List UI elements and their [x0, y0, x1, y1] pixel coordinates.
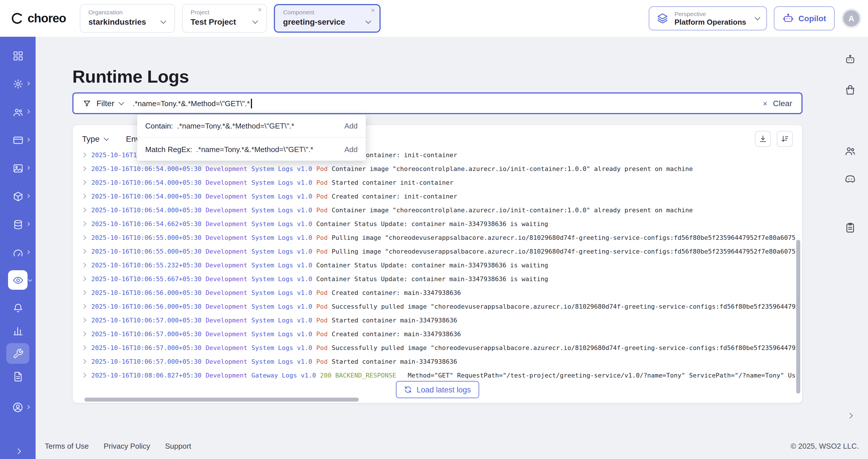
component-selector[interactable]: × Component greeting-service [274, 4, 381, 33]
horizontal-scrollbar-thumb[interactable] [84, 398, 359, 402]
organization-value: starkindustries [88, 17, 146, 26]
sort-order-button[interactable] [777, 131, 793, 147]
sidebar-item-members[interactable] [6, 102, 29, 122]
project-selector[interactable]: × Project Test Project [182, 4, 267, 33]
log-row[interactable]: 2025-10-16T10:06:57.000+05:30 Developmen… [79, 313, 796, 327]
log-row[interactable]: 2025-10-16T10:08:06.827+05:30 Developmen… [79, 368, 796, 382]
sidebar-item-observe[interactable] [8, 270, 28, 290]
sidebar-item-alerts[interactable] [6, 297, 29, 318]
bell-icon [12, 302, 23, 313]
log-tag: Pod [316, 303, 328, 310]
expand-chevron-icon[interactable] [82, 153, 86, 158]
sidebar-item-resources[interactable] [6, 214, 29, 235]
add-button[interactable]: Add [338, 145, 358, 154]
log-row[interactable]: 2025-10-16T10:06:57.000+05:30 Developmen… [79, 341, 796, 355]
sidebar-item-insights[interactable] [6, 320, 29, 341]
log-timestamp: 2025-10-16T10:06:57.000+05:30 [91, 330, 202, 338]
organization-selector[interactable]: Organization starkindustries [80, 4, 175, 33]
footer-link-privacy[interactable]: Privacy Policy [104, 441, 150, 450]
expand-chevron-icon[interactable] [82, 318, 86, 323]
sidebar-item-settings[interactable] [6, 73, 29, 94]
type-dropdown[interactable]: Type [82, 134, 109, 143]
expand-chevron-icon[interactable] [82, 290, 86, 295]
log-row[interactable]: 2025-10-16T10:06:55.232+05:30 Developmen… [79, 258, 796, 272]
log-row[interactable]: 2025-10-16T10:06:54.000+05:30 Developmen… [79, 189, 796, 203]
log-row[interactable]: 2025-10-16T10:06:54.000+05:30 Developmen… [79, 162, 796, 175]
log-row[interactable]: 2025-10-16T10:06:55.000+05:30 Developmen… [79, 231, 796, 244]
project-label: Project [191, 9, 258, 15]
context-selectors: Organization starkindustries × Project T… [80, 4, 381, 33]
footer-link-support[interactable]: Support [165, 441, 191, 450]
expand-chevron-icon[interactable] [82, 373, 86, 378]
left-sidebar [0, 37, 36, 459]
sidebar-item-account[interactable] [6, 397, 29, 418]
log-tag: Pod [316, 179, 328, 186]
download-logs-button[interactable] [755, 131, 771, 147]
log-list: 2025-10-16T10:06:54.000+05:30 Developmen… [73, 147, 802, 382]
expand-chevron-icon[interactable] [82, 276, 86, 282]
log-timestamp: 2025-10-16T10:06:54.000+05:30 [91, 206, 202, 214]
log-environment: Development [206, 179, 247, 186]
clear-filter-button[interactable]: × Clear [754, 99, 801, 108]
sidebar-item-overview[interactable] [6, 45, 29, 66]
sidebar-item-logs[interactable] [6, 366, 29, 387]
expand-chevron-icon[interactable] [82, 346, 86, 350]
rail-item-discord[interactable] [840, 169, 861, 189]
expand-chevron-icon[interactable] [82, 180, 86, 185]
expand-chevron-icon[interactable] [82, 249, 86, 254]
rail-item-marketplace[interactable] [840, 80, 861, 100]
filter-query-input[interactable]: .*name=Tony.*&.*Method=\"GET\".* [133, 98, 754, 108]
right-rail [832, 37, 868, 433]
logo-text: choreo [28, 11, 66, 25]
expand-chevron-icon[interactable] [82, 166, 86, 171]
expand-chevron-icon[interactable] [82, 235, 86, 240]
copilot-button[interactable]: Copilot [774, 6, 835, 30]
log-row[interactable]: 2025-10-16T10:06:57.000+05:30 Developmen… [79, 355, 796, 368]
choreo-logo[interactable]: choreo [10, 11, 66, 25]
sidebar-expand-button[interactable] [0, 449, 36, 453]
expand-chevron-icon[interactable] [82, 222, 86, 226]
log-row[interactable]: 2025-10-16T10:06:54.000+05:30 Developmen… [79, 203, 796, 217]
log-row[interactable]: 2025-10-16T10:06:57.000+05:30 Developmen… [79, 327, 796, 341]
sidebar-item-admin[interactable] [6, 343, 29, 364]
suggestion-contain[interactable]: Contain: .*name=Tony.*&.*Method=\"GET\".… [137, 115, 366, 138]
component-value: greeting-service [283, 17, 345, 26]
sidebar-item-gallery[interactable] [6, 158, 29, 178]
image-icon [12, 163, 23, 173]
footer-link-terms[interactable]: Terms of Use [45, 441, 89, 450]
rail-item-docs[interactable] [840, 218, 861, 238]
expand-chevron-icon[interactable] [82, 208, 86, 212]
page-title: Runtime Logs [72, 67, 189, 87]
expand-chevron-icon[interactable] [82, 263, 86, 268]
suggestion-match-regex[interactable]: Match RegEx: .*name=Tony.*&.*Method=\"GE… [137, 138, 366, 161]
filter-button-label: Filter [96, 99, 114, 108]
close-icon[interactable]: × [258, 6, 262, 14]
log-environment: Development [206, 344, 247, 352]
log-row[interactable]: 2025-10-16T10:06:56.000+05:30 Developmen… [79, 299, 796, 313]
filter-button[interactable]: Filter [73, 94, 133, 113]
close-icon[interactable]: × [371, 6, 375, 14]
load-latest-logs-button[interactable]: Load latest logs [396, 381, 479, 398]
perspective-selector[interactable]: Perspective Platform Operations [649, 6, 767, 30]
rail-item-assistant[interactable] [840, 50, 861, 70]
sidebar-item-billing[interactable] [6, 130, 29, 150]
expand-chevron-icon[interactable] [82, 194, 86, 199]
app-window: choreo Organization starkindustries × Pr… [0, 0, 868, 459]
rail-item-community[interactable] [840, 140, 861, 161]
rail-collapse-button[interactable] [848, 414, 852, 418]
add-button[interactable]: Add [338, 122, 358, 130]
log-row[interactable]: 2025-10-16T10:06:55.667+05:30 Developmen… [79, 272, 796, 286]
log-row[interactable]: 2025-10-16T10:06:54.000+05:30 Developmen… [79, 175, 796, 189]
log-source: System Logs v1.0 [251, 234, 312, 241]
expand-chevron-icon[interactable] [82, 359, 86, 364]
log-row[interactable]: 2025-10-16T10:06:56.000+05:30 Developmen… [79, 286, 796, 299]
log-row[interactable]: 2025-10-16T10:06:54.662+05:30 Developmen… [79, 217, 796, 231]
avatar[interactable]: A [842, 9, 861, 28]
sidebar-item-components[interactable] [6, 186, 29, 206]
log-timestamp: 2025-10-16T10:06:56.000+05:30 [91, 289, 202, 296]
vertical-scrollbar-thumb[interactable] [796, 240, 800, 394]
log-row[interactable]: 2025-10-16T10:06:55.000+05:30 Developmen… [79, 244, 796, 258]
expand-chevron-icon[interactable] [82, 332, 86, 336]
expand-chevron-icon[interactable] [82, 304, 86, 309]
sidebar-item-usage[interactable] [6, 242, 29, 263]
